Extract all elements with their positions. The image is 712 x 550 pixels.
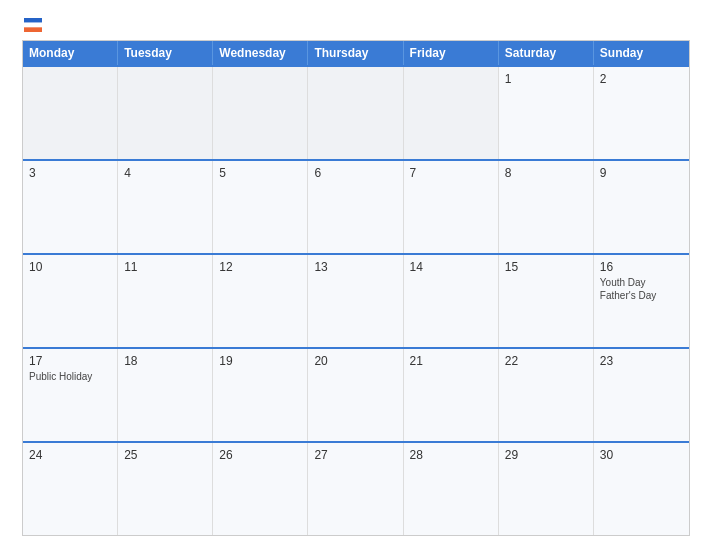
svg-rect-3: [24, 27, 42, 32]
col-header-monday: Monday: [23, 41, 118, 65]
day-number: 2: [600, 72, 683, 86]
cal-cell: [308, 67, 403, 159]
cal-cell: 15: [499, 255, 594, 347]
calendar-header-row: MondayTuesdayWednesdayThursdayFridaySatu…: [23, 41, 689, 65]
cal-cell: 14: [404, 255, 499, 347]
day-number: 17: [29, 354, 111, 368]
cal-cell: 7: [404, 161, 499, 253]
day-number: 18: [124, 354, 206, 368]
cal-cell: [23, 67, 118, 159]
day-number: 20: [314, 354, 396, 368]
day-number: 25: [124, 448, 206, 462]
day-number: 24: [29, 448, 111, 462]
cal-cell: 9: [594, 161, 689, 253]
calendar-body: 12345678910111213141516Youth DayFather's…: [23, 65, 689, 535]
cal-cell: 12: [213, 255, 308, 347]
cal-cell: 18: [118, 349, 213, 441]
day-number: 27: [314, 448, 396, 462]
cal-cell: 30: [594, 443, 689, 535]
svg-rect-1: [24, 18, 42, 23]
day-number: 15: [505, 260, 587, 274]
event-label: Father's Day: [600, 289, 683, 302]
calendar: MondayTuesdayWednesdayThursdayFridaySatu…: [22, 40, 690, 536]
page: MondayTuesdayWednesdayThursdayFridaySatu…: [0, 0, 712, 550]
day-number: 9: [600, 166, 683, 180]
day-number: 8: [505, 166, 587, 180]
cal-cell: 22: [499, 349, 594, 441]
day-number: 30: [600, 448, 683, 462]
cal-cell: 25: [118, 443, 213, 535]
day-number: 3: [29, 166, 111, 180]
day-number: 11: [124, 260, 206, 274]
day-number: 21: [410, 354, 492, 368]
cal-cell: 5: [213, 161, 308, 253]
cal-cell: 26: [213, 443, 308, 535]
day-number: 22: [505, 354, 587, 368]
day-number: 7: [410, 166, 492, 180]
day-number: 19: [219, 354, 301, 368]
day-number: 29: [505, 448, 587, 462]
cal-cell: [213, 67, 308, 159]
cal-cell: 19: [213, 349, 308, 441]
header: [22, 18, 690, 32]
cal-cell: 27: [308, 443, 403, 535]
cal-cell: 11: [118, 255, 213, 347]
cal-cell: [404, 67, 499, 159]
day-number: 6: [314, 166, 396, 180]
day-number: 16: [600, 260, 683, 274]
col-header-friday: Friday: [404, 41, 499, 65]
svg-rect-2: [24, 23, 42, 28]
day-number: 12: [219, 260, 301, 274]
day-number: 10: [29, 260, 111, 274]
day-number: 5: [219, 166, 301, 180]
cal-cell: 3: [23, 161, 118, 253]
event-label: Youth Day: [600, 276, 683, 289]
cal-cell: 23: [594, 349, 689, 441]
logo-flag-icon: [24, 18, 42, 32]
logo: [22, 18, 42, 32]
cal-cell: [118, 67, 213, 159]
cal-cell: 17Public Holiday: [23, 349, 118, 441]
col-header-tuesday: Tuesday: [118, 41, 213, 65]
week-row-5: 24252627282930: [23, 441, 689, 535]
cal-cell: 10: [23, 255, 118, 347]
cal-cell: 4: [118, 161, 213, 253]
week-row-4: 17Public Holiday181920212223: [23, 347, 689, 441]
day-number: 4: [124, 166, 206, 180]
cal-cell: 6: [308, 161, 403, 253]
col-header-sunday: Sunday: [594, 41, 689, 65]
cal-cell: 2: [594, 67, 689, 159]
col-header-thursday: Thursday: [308, 41, 403, 65]
col-header-wednesday: Wednesday: [213, 41, 308, 65]
day-number: 28: [410, 448, 492, 462]
cal-cell: 13: [308, 255, 403, 347]
week-row-3: 10111213141516Youth DayFather's Day: [23, 253, 689, 347]
day-number: 14: [410, 260, 492, 274]
day-number: 23: [600, 354, 683, 368]
day-number: 13: [314, 260, 396, 274]
col-header-saturday: Saturday: [499, 41, 594, 65]
cal-cell: 29: [499, 443, 594, 535]
cal-cell: 21: [404, 349, 499, 441]
cal-cell: 20: [308, 349, 403, 441]
week-row-2: 3456789: [23, 159, 689, 253]
cal-cell: 24: [23, 443, 118, 535]
cal-cell: 28: [404, 443, 499, 535]
event-label: Public Holiday: [29, 370, 111, 383]
cal-cell: 16Youth DayFather's Day: [594, 255, 689, 347]
week-row-1: 12: [23, 65, 689, 159]
cal-cell: 8: [499, 161, 594, 253]
day-number: 26: [219, 448, 301, 462]
cal-cell: 1: [499, 67, 594, 159]
day-number: 1: [505, 72, 587, 86]
